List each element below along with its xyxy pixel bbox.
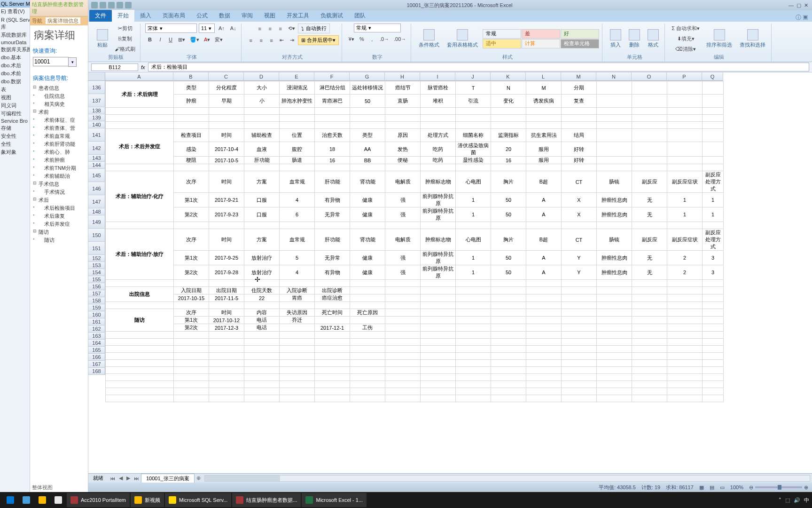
cell[interactable]: 2017-11-5 xyxy=(209,294,244,302)
cell[interactable] xyxy=(209,360,244,367)
taskbar-item[interactable]: Microsoft SQL Serv... xyxy=(165,493,231,507)
cell[interactable] xyxy=(597,129,632,142)
cell[interactable]: 发热 xyxy=(385,142,421,157)
cell[interactable] xyxy=(667,287,703,294)
cell[interactable]: B超 xyxy=(526,171,562,193)
cell[interactable]: 副反应处理方式 xyxy=(703,229,724,251)
cell[interactable]: 时间 xyxy=(209,309,244,317)
cell[interactable]: 癌结节 xyxy=(385,81,421,95)
cell[interactable] xyxy=(421,115,456,122)
cell[interactable] xyxy=(106,367,174,374)
tree-leaf[interactable]: 术后并发症 xyxy=(32,220,86,228)
column-header[interactable]: F xyxy=(314,72,350,81)
copy-button[interactable]: ⎘ 复制 xyxy=(113,34,137,43)
cell[interactable] xyxy=(562,346,597,353)
cell[interactable] xyxy=(280,280,315,287)
cell[interactable]: 诱发疾病 xyxy=(526,95,562,108)
detail-tab[interactable]: 病案详细信息 xyxy=(46,17,80,24)
cell[interactable] xyxy=(703,157,724,164)
cell[interactable]: 便秘 xyxy=(385,157,421,164)
cell[interactable]: 2017-9-28 xyxy=(209,265,244,280)
cell[interactable] xyxy=(491,122,526,129)
cell[interactable] xyxy=(209,332,244,339)
cell[interactable] xyxy=(597,287,632,294)
cell[interactable] xyxy=(526,353,562,360)
tab-insert[interactable]: 插入 xyxy=(134,10,157,22)
font-name-select[interactable]: 宋体▾ xyxy=(145,24,197,33)
cell[interactable] xyxy=(491,339,526,346)
cell[interactable]: 电话 xyxy=(244,324,280,332)
column-header[interactable]: I xyxy=(420,72,455,81)
cell[interactable]: 1 xyxy=(456,251,491,265)
cell[interactable] xyxy=(106,164,174,171)
cell[interactable]: 显性感染 xyxy=(456,157,491,164)
cell[interactable] xyxy=(421,122,456,129)
cell[interactable]: 心电图 xyxy=(456,171,491,193)
cell-styles-gallery[interactable]: 常规 差 好 适中 计算 检查单元格 xyxy=(483,29,599,48)
cut-button[interactable]: ✂ 剪切 xyxy=(113,24,137,33)
cell[interactable]: 2017-10-5 xyxy=(209,157,244,164)
cell[interactable] xyxy=(703,360,724,367)
cell[interactable] xyxy=(632,294,667,302)
cell[interactable] xyxy=(597,381,632,388)
taskbar[interactable]: Acc2010 PortalItem新视频Microsoft SQL Serv.… xyxy=(0,492,812,508)
font-color-button[interactable]: A▾ xyxy=(202,35,212,44)
cell[interactable] xyxy=(562,108,597,115)
cell[interactable] xyxy=(385,332,421,339)
cell[interactable] xyxy=(562,353,597,360)
cell[interactable]: 副反应症状 xyxy=(667,229,703,251)
cell[interactable] xyxy=(667,374,703,381)
sql-tree-item[interactable]: 象对象 xyxy=(0,148,30,156)
cell[interactable]: 健康 xyxy=(350,251,385,265)
cell[interactable]: 时间 xyxy=(209,229,244,251)
tab-home[interactable]: 开始 xyxy=(112,10,134,22)
cell[interactable] xyxy=(526,108,562,115)
cell[interactable]: 18 xyxy=(315,142,350,157)
cell[interactable] xyxy=(597,324,632,332)
cell[interactable] xyxy=(491,324,526,332)
cell[interactable] xyxy=(280,302,315,309)
cell[interactable] xyxy=(209,346,244,353)
cell[interactable] xyxy=(562,164,597,171)
format-painter-button[interactable]: 🖌 格式刷 xyxy=(113,44,137,54)
cell[interactable] xyxy=(421,324,456,332)
cell[interactable] xyxy=(597,332,632,339)
cell[interactable] xyxy=(315,332,350,339)
cell[interactable]: 复查 xyxy=(562,95,597,108)
cell[interactable]: 前列腺特异抗原 xyxy=(421,207,456,222)
cell[interactable] xyxy=(315,122,350,129)
delete-cells-button[interactable]: 删除 xyxy=(626,28,643,49)
tree-leaf[interactable]: 术后检验项目 xyxy=(32,204,86,212)
column-header[interactable]: L xyxy=(526,72,561,81)
sql-tree-item[interactable]: dbo.基本 xyxy=(0,54,30,62)
italic-button[interactable]: I xyxy=(156,35,165,44)
row-header[interactable]: 141 xyxy=(88,128,105,142)
cell[interactable]: 结局 xyxy=(562,129,597,142)
cell[interactable] xyxy=(597,95,632,108)
cell[interactable] xyxy=(209,164,244,171)
cell[interactable] xyxy=(106,222,174,229)
cell[interactable]: 2017-9-21 xyxy=(209,193,244,207)
cell[interactable]: 入院日期 xyxy=(174,287,209,294)
cell[interactable] xyxy=(562,332,597,339)
cell[interactable]: 住院天数 xyxy=(244,287,280,294)
tree-parent[interactable]: 手术信息 xyxy=(32,180,86,188)
cell[interactable]: 变化 xyxy=(491,95,526,108)
cell[interactable] xyxy=(456,294,491,302)
cell[interactable]: 心电图 xyxy=(456,229,491,251)
row-header[interactable]: 160 xyxy=(88,311,105,318)
cell[interactable]: 副反应 xyxy=(632,229,667,251)
cell[interactable]: 服用 xyxy=(526,157,562,164)
cell[interactable] xyxy=(632,108,667,115)
cell[interactable]: 工伤 xyxy=(350,324,385,332)
cell[interactable]: CT xyxy=(562,171,597,193)
cell[interactable] xyxy=(350,360,385,367)
cell[interactable] xyxy=(667,381,703,388)
cell[interactable] xyxy=(632,374,667,381)
sql-tree-item[interactable]: umourData xyxy=(0,39,30,46)
cell[interactable] xyxy=(315,280,350,287)
cell[interactable]: 健康 xyxy=(350,193,385,207)
format-cells-button[interactable]: 格式 xyxy=(645,28,662,49)
cell[interactable]: 术后：术后病理 xyxy=(106,81,174,108)
tab-file[interactable]: 文件 xyxy=(89,10,112,22)
